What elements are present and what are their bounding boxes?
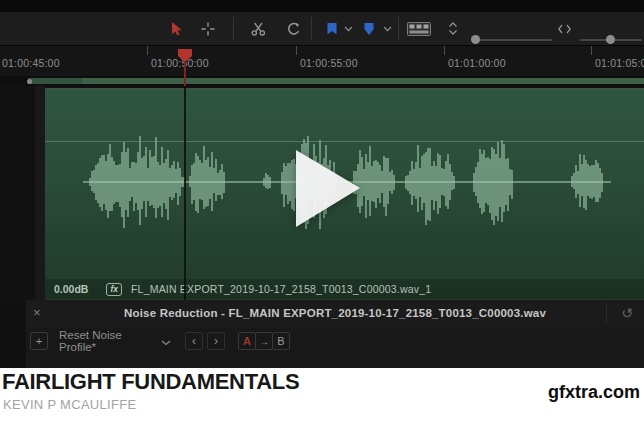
vertical-zoom-slider-track[interactable] xyxy=(474,39,552,41)
horizontal-zoom-icon[interactable] xyxy=(556,12,572,45)
ab-compare-group: A → B xyxy=(239,332,290,350)
clip-label-strip: 0.00dB fx FL_MAIN EXPORT_2019-10-17_2158… xyxy=(45,279,644,299)
timecode-label: 01:01:00:00 xyxy=(448,57,506,69)
top-black-bar xyxy=(0,0,644,12)
horizontal-zoom-slider-handle[interactable] xyxy=(606,35,615,44)
clip-gain-label: 0.00dB xyxy=(54,283,88,295)
clip-filename: FL_MAIN EXPORT_2019-10-17_2158_T0013_C00… xyxy=(131,283,431,295)
playhead-line-ruler xyxy=(184,61,186,86)
timecode-label: 01:01:05:00 xyxy=(595,57,644,69)
ruler-tick xyxy=(591,46,592,55)
track-gutter xyxy=(35,86,45,300)
ruler-tick xyxy=(296,46,297,55)
range-selection-icon[interactable] xyxy=(198,12,218,45)
timecode-label: 01:00:45:00 xyxy=(2,57,60,69)
course-author: KEVIN P MCAULIFFE xyxy=(3,397,136,412)
panel-controls-row: + Reset Noise Profile* ‹ › A → B xyxy=(26,327,644,355)
compare-a-button[interactable]: A xyxy=(238,332,256,350)
vertical-zoom-slider-handle[interactable] xyxy=(471,35,480,44)
course-title: FAIRLIGHT FUNDAMENTALS xyxy=(2,369,299,395)
marker-dropdown-chevron[interactable] xyxy=(381,12,393,45)
timecode-label: 01:00:55:00 xyxy=(300,57,358,69)
vertical-zoom-icon[interactable] xyxy=(445,12,461,45)
preset-dropdown[interactable]: Reset Noise Profile* xyxy=(59,329,161,353)
reset-history-icon[interactable]: ↺ xyxy=(621,305,633,321)
panel-header: × Noise Reduction - FL_MAIN EXPORT_2019-… xyxy=(26,300,644,328)
toolbar-divider xyxy=(311,17,312,40)
fx-badge-icon[interactable]: fx xyxy=(106,283,122,296)
playhead-line xyxy=(184,86,186,300)
panel-title: Noise Reduction - FL_MAIN EXPORT_2019-10… xyxy=(26,307,644,319)
panel-header-divider xyxy=(606,303,607,324)
overview-handle-dot[interactable] xyxy=(27,79,32,84)
overview-range-bar-bright xyxy=(82,78,644,84)
compare-b-button[interactable]: B xyxy=(272,332,290,350)
toolbar-divider xyxy=(398,17,399,40)
flag-icon[interactable] xyxy=(324,12,340,45)
panel-body: × Noise Reduction - FL_MAIN EXPORT_2019-… xyxy=(26,300,644,368)
timeline-view-options-icon[interactable] xyxy=(406,12,432,45)
watermark: gfxtra.com xyxy=(548,382,640,403)
snap-magnet-icon[interactable] xyxy=(283,12,303,45)
scissors-icon[interactable] xyxy=(248,12,268,45)
copy-a-to-b-button[interactable]: → xyxy=(255,332,273,350)
ruler-tick xyxy=(444,46,445,55)
toolbar-divider xyxy=(233,17,234,40)
add-preset-button[interactable]: + xyxy=(30,332,48,350)
ruler-tick xyxy=(147,46,148,55)
selection-cursor-icon[interactable] xyxy=(166,12,186,45)
fairlight-toolbar xyxy=(0,12,644,46)
noise-reduction-panel: × Noise Reduction - FL_MAIN EXPORT_2019-… xyxy=(0,300,644,368)
footer-caption: FAIRLIGHT FUNDAMENTALS KEVIN P MCAULIFFE… xyxy=(0,368,644,425)
timeline-overview-scrollbar[interactable] xyxy=(0,76,644,86)
preset-dropdown-chevron[interactable] xyxy=(161,332,171,350)
previous-preset-button[interactable]: ‹ xyxy=(185,332,203,350)
play-button[interactable] xyxy=(292,148,364,234)
next-preset-button[interactable]: › xyxy=(207,332,225,350)
flag-dropdown-chevron[interactable] xyxy=(342,12,354,45)
marker-icon[interactable] xyxy=(361,12,377,45)
timeline-ruler[interactable]: 01:00:45:00 01:00:50:00 01:00:55:00 01:0… xyxy=(0,46,644,76)
